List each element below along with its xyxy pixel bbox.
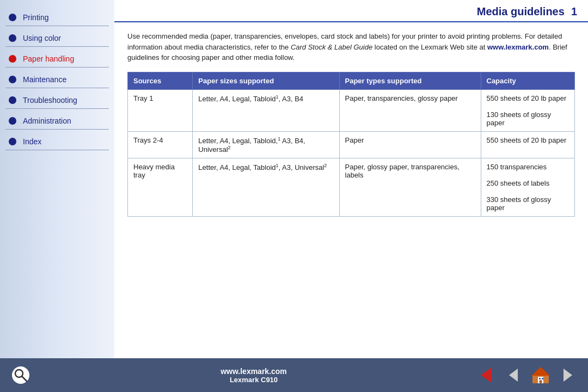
table-row: Heavy media tray Letter, A4, Legal, Tabl… <box>128 158 575 217</box>
svg-rect-6 <box>542 378 543 379</box>
bottom-model: Lexmark C910 <box>230 376 278 384</box>
row3-source: Heavy media tray <box>128 158 193 217</box>
svg-point-0 <box>15 370 23 377</box>
row3-capacity: 150 transparencies250 sheets of labels33… <box>481 158 575 217</box>
sidebar-bullet-maintenance <box>9 76 16 83</box>
col-header-types: Paper types supported <box>339 72 481 89</box>
sidebar-item-printing[interactable]: Printing <box>0 5 114 26</box>
bottom-left <box>9 363 33 387</box>
svg-line-1 <box>22 377 27 381</box>
sidebar-bullet-administration <box>9 117 16 125</box>
sidebar-item-administration[interactable]: Administration <box>0 109 114 130</box>
content-body: Use recommended media (paper, transparen… <box>114 22 588 358</box>
table-header-row: Sources Paper sizes supported Paper type… <box>128 72 575 89</box>
search-svg <box>13 367 28 383</box>
page-title: Media guidelines <box>477 5 565 18</box>
home-button[interactable] <box>529 364 552 387</box>
sidebar-label-maintenance: Maintenance <box>23 75 66 84</box>
italic-text: Card Stock & Label Guide <box>291 43 372 51</box>
bottom-url: www.lexmark.com <box>220 367 287 376</box>
row3-types: Paper, glossy paper, transparencies, lab… <box>339 158 481 217</box>
table-row: Tray 1 Letter, A4, Legal, Tabloid1, A3, … <box>128 89 575 131</box>
home-icon <box>530 365 551 385</box>
nav-next-button[interactable] <box>556 364 579 387</box>
svg-rect-7 <box>540 380 542 383</box>
svg-marker-3 <box>531 367 550 376</box>
next-arrow-icon <box>564 369 572 382</box>
main-area: Printing Using color Paper handling Main… <box>0 0 588 358</box>
media-table: Sources Paper sizes supported Paper type… <box>127 72 575 217</box>
col-header-sources: Sources <box>128 72 193 89</box>
row1-types: Paper, transparencies, glossy paper <box>339 89 481 131</box>
sidebar-item-using-color[interactable]: Using color <box>0 26 114 47</box>
row1-sizes: Letter, A4, Legal, Tabloid1, A3, B4 <box>193 89 339 131</box>
sidebar-label-printing: Printing <box>23 13 48 22</box>
page-header: Media guidelines 1 <box>114 0 588 22</box>
sidebar-label-paper-handling: Paper handling <box>23 54 74 63</box>
nav-prev-button[interactable] <box>502 364 525 387</box>
bottom-nav <box>475 364 579 387</box>
table-row: Trays 2-4 Letter, A4, Legal, Tabloid,1 A… <box>128 131 575 158</box>
row2-sizes: Letter, A4, Legal, Tabloid,1 A3, B4, Uni… <box>193 131 339 158</box>
nav-back-button[interactable] <box>475 364 498 387</box>
sidebar-label-using-color: Using color <box>23 34 61 42</box>
sidebar-label-index: Index <box>23 137 41 146</box>
sidebar-item-maintenance[interactable]: Maintenance <box>0 68 114 88</box>
row2-source: Trays 2-4 <box>128 131 193 158</box>
row3-sizes: Letter, A4, Legal, Tabloid1, A3, Univers… <box>193 158 339 217</box>
intro-paragraph: Use recommended media (paper, transparen… <box>127 31 575 63</box>
sidebar-bullet-index <box>9 138 16 145</box>
sidebar-item-paper-handling[interactable]: Paper handling <box>0 47 114 68</box>
sidebar-label-administration: Administration <box>23 117 71 125</box>
sidebar-bullet-using-color <box>9 34 16 42</box>
svg-rect-5 <box>539 378 541 379</box>
back-arrow-icon <box>481 367 492 383</box>
row2-capacity: 550 sheets of 20 lb paper <box>481 131 575 158</box>
search-icon <box>12 366 29 384</box>
col-header-sizes: Paper sizes supported <box>193 72 339 89</box>
row2-types: Paper <box>339 131 481 158</box>
sidebar-label-troubleshooting: Troubleshooting <box>23 96 77 105</box>
col-header-capacity: Capacity <box>481 72 575 89</box>
search-button[interactable] <box>9 363 33 387</box>
sidebar-bullet-paper-handling <box>9 55 16 63</box>
lexmark-link[interactable]: www.lexmark.com <box>487 43 549 51</box>
prev-arrow-icon <box>509 369 518 382</box>
sidebar-item-troubleshooting[interactable]: Troubleshooting <box>0 88 114 109</box>
sidebar: Printing Using color Paper handling Main… <box>0 0 114 358</box>
bottom-bar: www.lexmark.com Lexmark C910 <box>0 358 588 392</box>
bottom-center: www.lexmark.com Lexmark C910 <box>220 367 287 384</box>
page-number: 1 <box>571 5 577 18</box>
row1-source: Tray 1 <box>128 89 193 131</box>
content-area: Media guidelines 1 Use recommended media… <box>114 0 588 358</box>
sidebar-bullet-troubleshooting <box>9 96 16 104</box>
sidebar-item-index[interactable]: Index <box>0 130 114 150</box>
sidebar-bullet-printing <box>9 14 16 21</box>
row1-capacity: 550 sheets of 20 lb paper130 sheets of g… <box>481 89 575 131</box>
